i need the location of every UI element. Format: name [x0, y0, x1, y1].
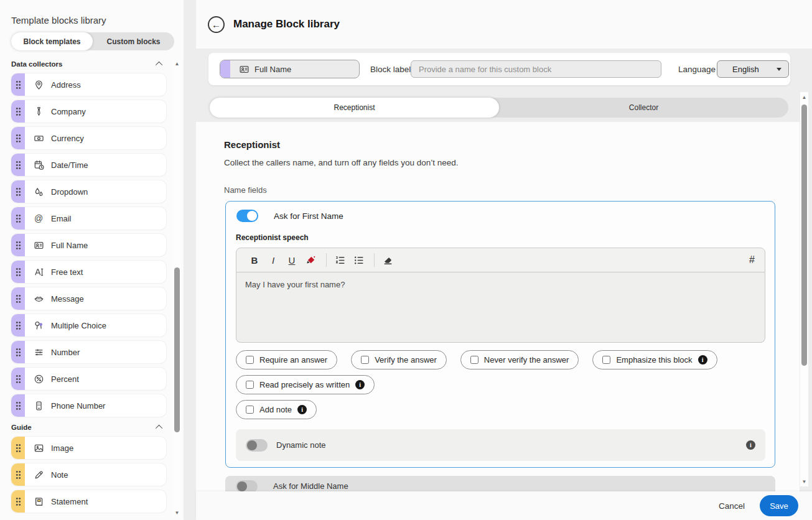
scroll-down-icon[interactable]: ▼ [800, 478, 808, 485]
sidebar-item-phone-number[interactable]: Phone Number [11, 394, 166, 417]
sidebar-item-image[interactable]: Image [11, 437, 166, 459]
sidebar-item-statement[interactable]: Statement [11, 490, 166, 513]
option-add-note[interactable]: Add note i [236, 400, 317, 419]
item-label: Free text [51, 267, 83, 277]
checkbox[interactable] [246, 356, 254, 364]
sidebar-title: Template blocks library [11, 15, 106, 26]
dynamic-note-row: Dynamic note i [236, 429, 765, 461]
checkbox[interactable] [246, 381, 254, 389]
info-icon[interactable]: i [698, 355, 707, 364]
back-button[interactable]: ← [208, 16, 225, 33]
editor-toolbar: B I U # [236, 248, 765, 272]
drag-handle-icon[interactable] [11, 180, 25, 203]
info-icon[interactable]: i [297, 405, 307, 414]
drag-handle-icon[interactable] [11, 207, 25, 230]
scrollbar-thumb[interactable] [174, 267, 180, 432]
sidebar-item-percent[interactable]: Percent [11, 368, 166, 390]
name-fields-label: Name fields [224, 185, 267, 195]
scroll-down-icon[interactable]: ▼ [173, 509, 181, 516]
block-label-input[interactable] [411, 60, 661, 78]
checkbox[interactable] [470, 356, 478, 364]
main-scrollbar[interactable]: ▲ ▼ [800, 92, 808, 486]
drag-handle-icon[interactable] [11, 314, 25, 337]
drag-handle-icon[interactable] [11, 368, 25, 390]
cancel-button[interactable]: Cancel [719, 501, 745, 511]
checkbox[interactable] [602, 356, 610, 364]
message-icon [32, 294, 45, 304]
speech-textarea[interactable]: May I have your first name? [236, 272, 765, 343]
options-row-2: Read precisely as written i [236, 375, 388, 394]
ask-first-name-toggle[interactable] [236, 210, 258, 222]
info-icon[interactable]: i [355, 380, 365, 389]
highlighter-icon[interactable] [302, 252, 319, 268]
drag-handle-icon[interactable] [11, 154, 25, 176]
drag-handle-icon[interactable] [11, 261, 25, 283]
sidebar-item-message[interactable]: Message [11, 287, 166, 310]
drag-handle-icon[interactable] [11, 73, 25, 96]
sidebar-item-free-text[interactable]: Free text [11, 261, 166, 283]
ask-middle-name-toggle[interactable] [236, 480, 258, 491]
drag-handle-icon[interactable] [11, 100, 25, 123]
drag-handle-icon[interactable] [11, 127, 25, 149]
language-select[interactable]: English [717, 60, 789, 78]
scrollbar-thumb[interactable] [801, 104, 807, 366]
option-never-verify-answer[interactable]: Never verify the answer [460, 350, 579, 369]
drag-handle-icon[interactable] [11, 394, 25, 417]
ordered-list-icon[interactable] [332, 252, 348, 268]
tab-block-templates[interactable]: Block templates [11, 32, 93, 50]
tab-collector[interactable]: Collector [499, 98, 788, 118]
sidebar-scrollbar[interactable]: ▲ ▼ [173, 60, 181, 516]
sidebar-item-currency[interactable]: Currency [11, 127, 166, 149]
bold-icon[interactable]: B [246, 252, 263, 268]
scroll-up-icon[interactable]: ▲ [173, 60, 181, 67]
toggle-label: Ask for Middle Name [273, 480, 348, 491]
eraser-icon[interactable] [380, 252, 396, 268]
option-read-precisely[interactable]: Read precisely as written i [236, 375, 375, 394]
save-button[interactable]: Save [760, 495, 798, 516]
sidebar-item-datetime[interactable]: Date/Time [11, 154, 166, 176]
sidebar-item-full-name[interactable]: Full Name [11, 234, 166, 256]
scroll-up-icon[interactable]: ▲ [800, 93, 808, 101]
sidebar-item-number[interactable]: Number [11, 341, 166, 363]
drag-handle-icon[interactable] [11, 490, 25, 513]
item-label: Number [51, 348, 80, 357]
tab-custom-blocks[interactable]: Custom blocks [93, 32, 174, 50]
selected-block-chip[interactable]: Full Name [220, 60, 360, 78]
number-icon [32, 347, 45, 358]
chip-label: Full Name [254, 65, 291, 74]
sidebar-item-dropdown[interactable]: Dropdown [11, 180, 166, 203]
italic-icon[interactable]: I [265, 252, 281, 268]
tab-receptionist[interactable]: Receptionist [210, 98, 499, 118]
sidebar-item-email[interactable]: @ Email [11, 207, 166, 230]
hash-icon[interactable]: # [749, 254, 755, 266]
drag-handle-icon[interactable] [11, 463, 25, 486]
phone-number-icon [32, 401, 45, 411]
sidebar-item-note[interactable]: Note [11, 463, 166, 486]
section-header-guide[interactable]: Guide [11, 422, 162, 433]
chevron-up-icon[interactable] [156, 425, 162, 432]
underline-icon[interactable]: U [284, 252, 300, 268]
drag-handle-icon[interactable] [11, 437, 25, 459]
sidebar-item-multiple-choice[interactable]: Multiple Choice [11, 314, 166, 337]
option-verify-answer[interactable]: Verify the answer [351, 350, 447, 369]
option-emphasize-block[interactable]: Emphasize this block i [592, 350, 717, 369]
bullet-list-icon[interactable] [350, 252, 366, 268]
block-config-row: Full Name Block label Language English [208, 53, 790, 85]
drag-handle-icon[interactable] [11, 234, 25, 256]
drag-handle-icon[interactable] [11, 287, 25, 310]
option-label: Never verify the answer [484, 355, 569, 364]
checkbox[interactable] [361, 356, 369, 364]
sidebar-item-address[interactable]: Address [11, 73, 166, 96]
section-label: Guide [11, 424, 32, 431]
dynamic-note-toggle[interactable] [246, 439, 268, 452]
checkbox[interactable] [246, 406, 254, 414]
option-require-answer[interactable]: Require an answer [236, 350, 337, 369]
sidebar-item-company[interactable]: Company [11, 100, 166, 123]
chevron-up-icon[interactable] [156, 62, 162, 68]
section-header-data-collectors[interactable]: Data collectors [11, 58, 162, 70]
option-label: Verify the answer [375, 355, 437, 364]
toggle-label: Ask for First Name [274, 211, 343, 221]
manage-block-library-main: ← Manage Block library Full Name Block l… [196, 0, 812, 520]
drag-handle-icon[interactable] [11, 341, 25, 363]
info-icon[interactable]: i [746, 440, 755, 450]
